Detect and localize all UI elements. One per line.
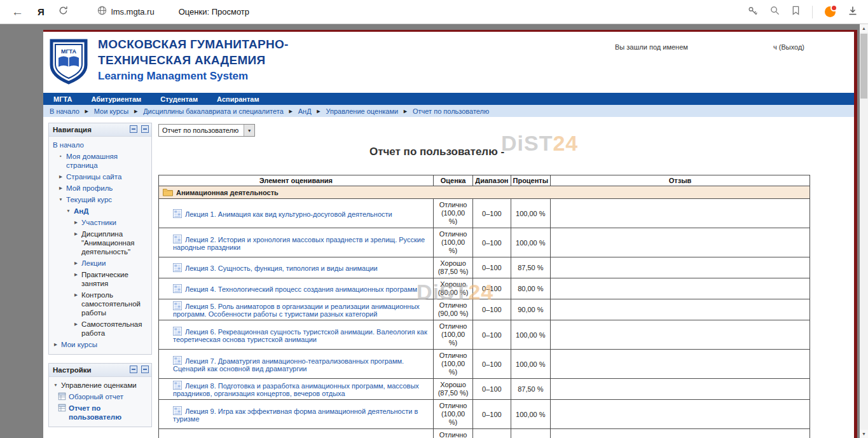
logout-link[interactable]: (Выход)	[779, 43, 804, 51]
item-name-cell: Лекция 2. История и хронология массовых …	[159, 228, 434, 257]
breadcrumb-separator-icon: ►	[403, 108, 408, 114]
breadcrumb-item[interactable]: Мои курсы	[94, 107, 128, 115]
chevron-down-icon[interactable]: ▼	[65, 207, 71, 216]
percent-cell: 100,00 %	[511, 400, 551, 429]
toolbar-divider	[812, 6, 813, 18]
block-collapse-icon[interactable]	[130, 366, 137, 373]
sidebar-item[interactable]: Отчет по пользователю	[50, 402, 150, 423]
chevron-right-icon[interactable]: ▶	[73, 218, 79, 227]
sidebar-item[interactable]: ▶Практические занятия	[50, 269, 150, 289]
chevron-right-icon[interactable]: ▶	[73, 259, 79, 268]
navigation-block: Навигация В начало▪Моя домашняя страница…	[48, 123, 152, 355]
grade-item-row: Итоговое тестированиеОтлично(100,00 %)0–…	[159, 429, 810, 438]
academy-title: МОСКОВСКАЯ ГУМАНИТАРНО- ТЕХНИЧЕСКАЯ АКАД…	[98, 36, 289, 84]
sidebar-item[interactable]: ▶Самостоятельная работа	[50, 318, 150, 339]
grade-item-link[interactable]: Лекция 5. Роль аниматоров в организации …	[173, 303, 420, 318]
vertical-scrollbar[interactable]: ▲ ▼	[860, 24, 868, 438]
sidebar-item[interactable]: Обзорный отчет	[50, 391, 150, 402]
breadcrumb: В начало►Мои курсы►Дисциплины бакалавриа…	[43, 105, 854, 117]
feedback-cell	[551, 400, 810, 429]
grade-item-link[interactable]: Лекция 9. Игра как эффективная форма ани…	[173, 407, 418, 423]
nav-item[interactable]: Абитуриентам	[91, 95, 141, 103]
search-icon[interactable]	[770, 6, 780, 18]
range-cell: 0–100	[473, 299, 511, 320]
feedback-cell	[551, 379, 810, 400]
academy-title-line2: ТЕХНИЧЕСКАЯ АКАДЕМИЯ	[98, 52, 289, 68]
settings-block: Настройки ▼Управление оценкамиОбзорный о…	[48, 363, 152, 427]
scroll-up-icon[interactable]: ▲	[860, 24, 868, 32]
percent-cell: 100,00 %	[511, 429, 551, 438]
sidebar-item[interactable]: ▶Мои курсы	[50, 339, 150, 350]
sidebar-item[interactable]: ▶Страницы сайта	[50, 171, 150, 182]
item-name-cell: Лекция 4. Технологический процесс создан…	[159, 278, 434, 299]
sidebar-item[interactable]: ▶Участники	[50, 217, 150, 228]
grade-item-link[interactable]: Лекция 8. Подготовка и разработка анимац…	[173, 382, 419, 397]
sidebar-item[interactable]: ▶Дисциплина "Анимационная деятельность"	[50, 228, 150, 257]
nav-item[interactable]: Аспирантам	[217, 95, 259, 103]
block-dock-icon[interactable]	[141, 366, 149, 373]
report-type-select[interactable]: Отчет по пользователю ▼	[158, 124, 255, 137]
grade-item-link[interactable]: Лекция 3. Сущность, функция, типология и…	[185, 264, 378, 272]
chevron-down-icon[interactable]: ▼	[58, 195, 64, 204]
grade-item-row: Лекция 1. Анимация как вид культурно-дос…	[159, 199, 810, 228]
range-cell: 0–100	[473, 350, 511, 379]
sidebar-item-label: Текущий курс	[66, 195, 112, 204]
lesson-icon	[173, 382, 182, 390]
sidebar-item[interactable]: ▼Текущий курс	[50, 194, 150, 205]
grade-item-link[interactable]: Лекция 1. Анимация как вид культурно-дос…	[185, 210, 392, 218]
breadcrumb-item[interactable]: Отчет по пользователю	[413, 107, 489, 115]
notifications-icon[interactable]	[825, 6, 836, 17]
address-url[interactable]: lms.mgta.ru	[111, 7, 155, 17]
chevron-right-icon[interactable]: ▶	[73, 291, 79, 299]
range-cell: 0–100	[473, 429, 511, 438]
chevron-right-icon[interactable]: ▶	[58, 184, 64, 193]
range-cell: 0–100	[473, 199, 511, 228]
block-collapse-icon[interactable]	[130, 125, 137, 133]
chevron-right-icon[interactable]: ▶	[53, 340, 59, 349]
nav-item[interactable]: МГТА	[53, 95, 72, 103]
nav-item[interactable]: Студентам	[160, 95, 198, 103]
settings-block-title: Настройки	[53, 366, 92, 374]
grade-item-row: Лекция 6. Рекреационная сущность туристс…	[159, 320, 810, 350]
block-dock-icon[interactable]	[141, 125, 149, 133]
chevron-right-icon[interactable]: ▶	[58, 172, 64, 181]
chevron-right-icon[interactable]: ▶	[73, 270, 79, 279]
chevron-right-icon[interactable]: ▶	[73, 320, 79, 329]
lesson-icon	[173, 236, 182, 243]
sidebar-item[interactable]: ▪Моя домашняя страница	[50, 151, 150, 171]
grade-item-link[interactable]: Лекция 7. Драматургия анимационно-театра…	[173, 357, 404, 373]
grade-item-link[interactable]: Лекция 2. История и хронология массовых …	[173, 236, 425, 251]
sidebar-item[interactable]: ▼АнД	[50, 205, 150, 217]
sidebar-item[interactable]: ▼Управление оценками	[50, 380, 150, 391]
download-icon[interactable]	[848, 6, 858, 18]
sidebar-item[interactable]: ▶Лекции	[50, 257, 150, 269]
breadcrumb-item[interactable]: Дисциплины бакалавриата и специалитета	[143, 107, 284, 115]
percent-cell: 90,00 %	[511, 299, 551, 320]
scrollbar-thumb[interactable]	[860, 34, 867, 99]
chevron-right-icon[interactable]: ▶	[73, 229, 79, 238]
breadcrumb-item[interactable]: Управление оценками	[326, 107, 399, 115]
breadcrumb-item[interactable]: АнД	[298, 107, 312, 115]
password-key-icon[interactable]	[748, 6, 758, 18]
chevron-down-icon[interactable]: ▼	[53, 381, 59, 390]
feedback-cell	[551, 429, 810, 438]
item-name-cell: Лекция 3. Сущность, функция, типология и…	[159, 257, 434, 278]
grade-cell: Хорошо(80,00 %)	[433, 278, 473, 299]
grade-cell: Отлично(90,00 %)	[433, 299, 473, 320]
back-icon[interactable]: ←	[11, 6, 24, 18]
bookmark-icon[interactable]	[792, 6, 800, 18]
address-bar[interactable]: lms.mgta.ru	[97, 6, 155, 18]
scroll-down-icon[interactable]: ▼	[860, 430, 868, 438]
sidebar: Навигация В начало▪Моя домашняя страница…	[48, 123, 152, 435]
sidebar-item[interactable]: ▶Мой профиль	[50, 182, 150, 194]
breadcrumb-item[interactable]: В начало	[50, 107, 79, 115]
percent-cell: 87,50 %	[511, 257, 551, 278]
sidebar-item[interactable]: В начало	[50, 139, 150, 151]
refresh-icon[interactable]	[59, 6, 68, 18]
sidebar-item[interactable]: ▶Контроль самостоятельной работы	[50, 289, 150, 318]
grade-item-link[interactable]: Лекция 6. Рекреационная сущность туристс…	[173, 328, 427, 343]
yandex-browser-icon[interactable]: Я	[38, 6, 45, 17]
sidebar-item-label: АнД	[74, 207, 88, 216]
grade-item-link[interactable]: Лекция 4. Технологический процесс создан…	[185, 285, 417, 293]
chevron-down-icon[interactable]: ▼	[244, 125, 254, 136]
